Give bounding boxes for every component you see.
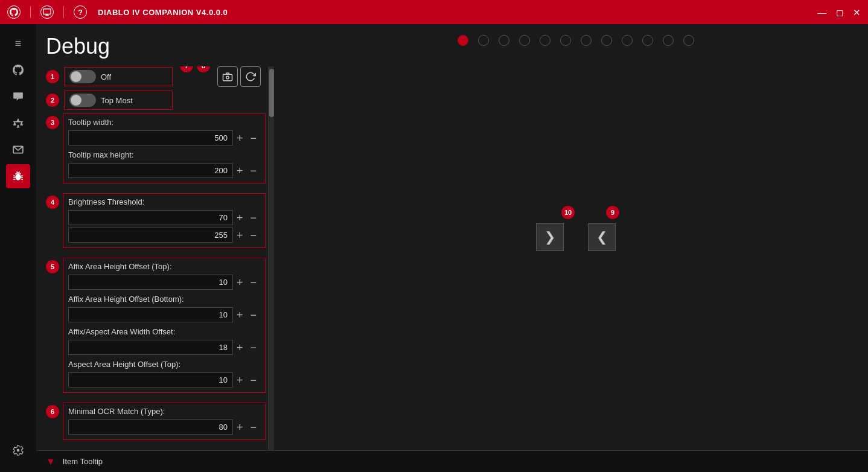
affix-bottom-minus[interactable]: − <box>246 308 260 322</box>
dot-7[interactable] <box>601 35 612 46</box>
affix-width-label: Affix/Aspect Area Width Offset: <box>68 327 175 336</box>
brightness2-minus[interactable]: − <box>246 229 260 242</box>
tooltip-width-minus[interactable]: − <box>246 132 260 145</box>
section4-row: 4 Brightness Threshold: + − <box>46 193 266 253</box>
dot-5[interactable] <box>560 35 571 46</box>
affix-width-minus[interactable]: − <box>246 341 260 354</box>
brightness-input2-row: + − <box>68 228 260 243</box>
content-area: Debug 1 Off <box>36 24 868 472</box>
dot-6[interactable] <box>581 35 592 46</box>
aspect-top-input-row: + − <box>68 372 260 387</box>
svg-rect-0 <box>43 9 51 14</box>
separator2 <box>63 6 64 18</box>
dot-9[interactable] <box>642 35 653 46</box>
brightness1-plus[interactable]: + <box>233 211 247 225</box>
sidebar-item-menu[interactable]: ≡ <box>6 31 30 56</box>
toggle1-container: Off <box>64 67 173 86</box>
ocr-header: Minimal OCR Match (Type): <box>68 407 260 416</box>
tooltip-maxheight-input[interactable] <box>68 163 233 178</box>
dot-1[interactable] <box>478 35 489 46</box>
sidebar-item-settings[interactable] <box>6 441 30 465</box>
brightness-input2[interactable] <box>68 228 233 243</box>
scrollbar-thumb[interactable] <box>269 69 274 117</box>
dot-2[interactable] <box>499 35 509 46</box>
dot-indicators <box>284 35 868 46</box>
brightness-input1[interactable] <box>68 210 233 225</box>
next-button[interactable]: ❯ <box>536 223 564 251</box>
sidebar: ≡ <box>0 24 36 472</box>
aspect-top-plus[interactable]: + <box>233 374 247 387</box>
affix-top-minus[interactable]: − <box>246 276 260 289</box>
tooltip-width-plus[interactable]: + <box>233 132 247 145</box>
tooltip-maxheight-minus[interactable]: − <box>246 164 260 177</box>
brightness-label: Brightness Threshold: <box>68 197 144 206</box>
dot-8[interactable] <box>622 35 633 46</box>
bottom-arrow-icon: ▼ <box>46 456 56 467</box>
affix-top-input-row: + − <box>68 275 260 290</box>
action-buttons-area: 7 8 <box>180 70 210 83</box>
action-buttons <box>217 66 261 87</box>
refresh-button[interactable] <box>240 66 261 87</box>
ocr-minus[interactable]: − <box>246 421 260 434</box>
ocr-plus[interactable]: + <box>233 421 247 434</box>
tooltip-maxheight-plus[interactable]: + <box>233 164 247 177</box>
ocr-input[interactable] <box>68 419 233 435</box>
tooltip-width-label: Tooltip width: <box>68 118 113 127</box>
affix-bottom-header: Affix Area Height Offset (Bottom): <box>68 295 260 304</box>
title-bar-icons: ? DIABLO IV COMPANION V4.0.0.0 <box>7 5 228 19</box>
camera-button[interactable] <box>217 66 238 87</box>
separator <box>30 6 31 18</box>
brightness1-minus[interactable]: − <box>246 211 260 225</box>
affix-top-plus[interactable]: + <box>233 276 247 289</box>
scrollbar-track[interactable] <box>268 66 274 450</box>
badge-9: 9 <box>606 206 619 219</box>
svg-line-13 <box>21 176 23 176</box>
affix-bottom-plus[interactable]: + <box>233 308 247 322</box>
github-icon[interactable] <box>7 5 21 19</box>
help-icon[interactable]: ? <box>74 5 87 19</box>
app-title: DIABLO IV COMPANION V4.0.0.0 <box>98 8 228 17</box>
brightness2-plus[interactable]: + <box>233 229 247 242</box>
toggle2-label: Top Most <box>101 96 133 105</box>
affix-bottom-input[interactable] <box>68 307 233 322</box>
sidebar-item-scale[interactable] <box>6 111 30 135</box>
affix-width-plus[interactable]: + <box>233 341 247 354</box>
dot-3[interactable] <box>519 35 530 46</box>
dot-11[interactable] <box>683 35 694 46</box>
badge-8: 8 <box>197 66 210 72</box>
section4-group: Brightness Threshold: + − + <box>63 193 266 248</box>
sidebar-item-chat[interactable] <box>6 85 30 109</box>
tooltip-width-input-row: + − <box>68 130 260 145</box>
right-panel: ❮ 9 ❯ 10 <box>284 24 868 450</box>
close-button[interactable]: ✕ <box>853 8 861 17</box>
svg-point-11 <box>16 174 21 180</box>
brightness-header: Brightness Threshold: <box>68 197 260 206</box>
maximize-button[interactable]: ◻ <box>836 8 843 17</box>
toggle1-switch[interactable] <box>69 70 96 83</box>
minimize-button[interactable]: — <box>817 8 826 17</box>
controls-scroll[interactable]: 1 Off 7 8 <box>46 66 268 450</box>
toggle2-switch[interactable] <box>69 94 96 107</box>
aspect-top-minus[interactable]: − <box>246 374 260 387</box>
dot-4[interactable] <box>540 35 550 46</box>
page-content: Debug 1 Off <box>36 24 868 450</box>
section6-group: Minimal OCR Match (Type): + − <box>63 403 266 440</box>
dot-0[interactable] <box>458 35 468 46</box>
sidebar-item-bug[interactable] <box>6 164 30 188</box>
affix-bottom-label: Affix Area Height Offset (Bottom): <box>68 295 184 304</box>
affix-width-input[interactable] <box>68 340 233 355</box>
prev-button[interactable]: ❮ <box>588 223 616 251</box>
monitor-icon[interactable] <box>40 5 54 19</box>
tooltip-width-header: Tooltip width: <box>68 118 260 127</box>
sidebar-item-message[interactable] <box>6 138 30 162</box>
dot-10[interactable] <box>663 35 674 46</box>
aspect-top-input[interactable] <box>68 372 233 387</box>
sidebar-item-github[interactable] <box>6 58 30 82</box>
ocr-label: Minimal OCR Match (Type): <box>68 407 165 416</box>
toggle1-knob <box>71 71 81 82</box>
main-layout: ≡ <box>0 24 868 472</box>
controls-wrapper: 1 Off 7 8 <box>46 66 274 450</box>
tooltip-width-input[interactable] <box>68 130 233 145</box>
toggle1-row: 1 Off 7 8 <box>46 66 266 87</box>
affix-top-input[interactable] <box>68 275 233 290</box>
